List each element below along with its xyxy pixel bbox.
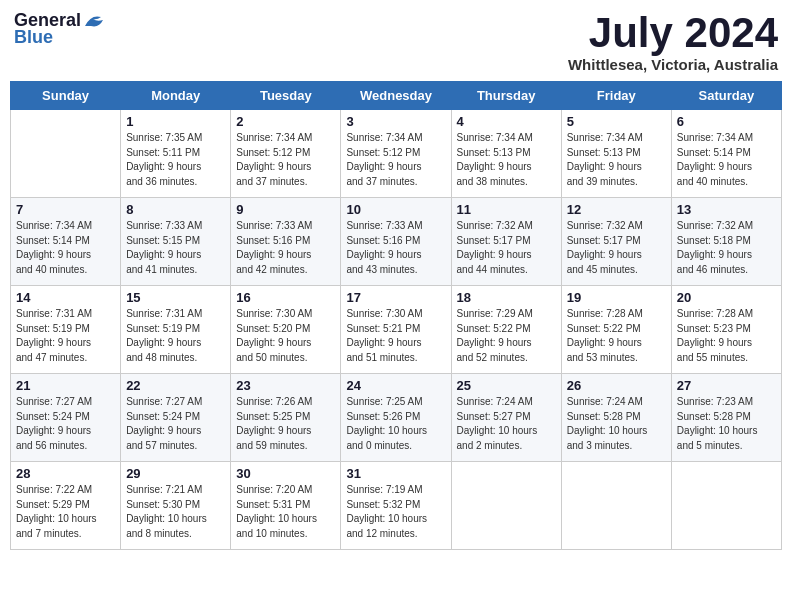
- calendar-header-row: SundayMondayTuesdayWednesdayThursdayFrid…: [11, 82, 782, 110]
- day-number: 4: [457, 114, 556, 129]
- day-info: Sunrise: 7:33 AMSunset: 5:16 PMDaylight:…: [346, 219, 445, 277]
- day-number: 18: [457, 290, 556, 305]
- day-number: 7: [16, 202, 115, 217]
- day-number: 13: [677, 202, 776, 217]
- day-cell: 2Sunrise: 7:34 AMSunset: 5:12 PMDaylight…: [231, 110, 341, 198]
- day-number: 22: [126, 378, 225, 393]
- day-number: 2: [236, 114, 335, 129]
- day-cell: [671, 462, 781, 550]
- day-cell: 5Sunrise: 7:34 AMSunset: 5:13 PMDaylight…: [561, 110, 671, 198]
- day-number: 19: [567, 290, 666, 305]
- day-info: Sunrise: 7:19 AMSunset: 5:32 PMDaylight:…: [346, 483, 445, 541]
- day-info: Sunrise: 7:27 AMSunset: 5:24 PMDaylight:…: [16, 395, 115, 453]
- day-cell: 3Sunrise: 7:34 AMSunset: 5:12 PMDaylight…: [341, 110, 451, 198]
- day-cell: 18Sunrise: 7:29 AMSunset: 5:22 PMDayligh…: [451, 286, 561, 374]
- day-info: Sunrise: 7:34 AMSunset: 5:14 PMDaylight:…: [16, 219, 115, 277]
- day-number: 27: [677, 378, 776, 393]
- day-info: Sunrise: 7:20 AMSunset: 5:31 PMDaylight:…: [236, 483, 335, 541]
- day-number: 8: [126, 202, 225, 217]
- day-info: Sunrise: 7:31 AMSunset: 5:19 PMDaylight:…: [126, 307, 225, 365]
- week-row-4: 21Sunrise: 7:27 AMSunset: 5:24 PMDayligh…: [11, 374, 782, 462]
- day-cell: 26Sunrise: 7:24 AMSunset: 5:28 PMDayligh…: [561, 374, 671, 462]
- day-info: Sunrise: 7:30 AMSunset: 5:21 PMDaylight:…: [346, 307, 445, 365]
- day-cell: 31Sunrise: 7:19 AMSunset: 5:32 PMDayligh…: [341, 462, 451, 550]
- day-info: Sunrise: 7:35 AMSunset: 5:11 PMDaylight:…: [126, 131, 225, 189]
- day-info: Sunrise: 7:28 AMSunset: 5:23 PMDaylight:…: [677, 307, 776, 365]
- page-header: General Blue July 2024 Whittlesea, Victo…: [10, 10, 782, 73]
- day-number: 24: [346, 378, 445, 393]
- calendar-table: SundayMondayTuesdayWednesdayThursdayFrid…: [10, 81, 782, 550]
- header-thursday: Thursday: [451, 82, 561, 110]
- day-number: 12: [567, 202, 666, 217]
- day-number: 21: [16, 378, 115, 393]
- day-cell: 20Sunrise: 7:28 AMSunset: 5:23 PMDayligh…: [671, 286, 781, 374]
- day-cell: 8Sunrise: 7:33 AMSunset: 5:15 PMDaylight…: [121, 198, 231, 286]
- day-number: 1: [126, 114, 225, 129]
- day-info: Sunrise: 7:28 AMSunset: 5:22 PMDaylight:…: [567, 307, 666, 365]
- day-cell: 22Sunrise: 7:27 AMSunset: 5:24 PMDayligh…: [121, 374, 231, 462]
- day-cell: 14Sunrise: 7:31 AMSunset: 5:19 PMDayligh…: [11, 286, 121, 374]
- day-cell: 21Sunrise: 7:27 AMSunset: 5:24 PMDayligh…: [11, 374, 121, 462]
- day-cell: 19Sunrise: 7:28 AMSunset: 5:22 PMDayligh…: [561, 286, 671, 374]
- day-cell: 11Sunrise: 7:32 AMSunset: 5:17 PMDayligh…: [451, 198, 561, 286]
- header-friday: Friday: [561, 82, 671, 110]
- day-cell: 24Sunrise: 7:25 AMSunset: 5:26 PMDayligh…: [341, 374, 451, 462]
- day-info: Sunrise: 7:22 AMSunset: 5:29 PMDaylight:…: [16, 483, 115, 541]
- header-monday: Monday: [121, 82, 231, 110]
- day-info: Sunrise: 7:34 AMSunset: 5:12 PMDaylight:…: [346, 131, 445, 189]
- header-saturday: Saturday: [671, 82, 781, 110]
- day-number: 14: [16, 290, 115, 305]
- day-info: Sunrise: 7:34 AMSunset: 5:12 PMDaylight:…: [236, 131, 335, 189]
- day-number: 15: [126, 290, 225, 305]
- day-info: Sunrise: 7:33 AMSunset: 5:15 PMDaylight:…: [126, 219, 225, 277]
- day-number: 3: [346, 114, 445, 129]
- logo-blue: Blue: [14, 27, 53, 48]
- day-cell: 27Sunrise: 7:23 AMSunset: 5:28 PMDayligh…: [671, 374, 781, 462]
- day-info: Sunrise: 7:27 AMSunset: 5:24 PMDaylight:…: [126, 395, 225, 453]
- day-cell: [561, 462, 671, 550]
- day-number: 11: [457, 202, 556, 217]
- day-info: Sunrise: 7:31 AMSunset: 5:19 PMDaylight:…: [16, 307, 115, 365]
- day-info: Sunrise: 7:34 AMSunset: 5:14 PMDaylight:…: [677, 131, 776, 189]
- day-cell: [451, 462, 561, 550]
- day-number: 25: [457, 378, 556, 393]
- day-cell: 17Sunrise: 7:30 AMSunset: 5:21 PMDayligh…: [341, 286, 451, 374]
- month-year-title: July 2024: [568, 10, 778, 56]
- day-number: 20: [677, 290, 776, 305]
- location-subtitle: Whittlesea, Victoria, Australia: [568, 56, 778, 73]
- day-number: 26: [567, 378, 666, 393]
- day-info: Sunrise: 7:29 AMSunset: 5:22 PMDaylight:…: [457, 307, 556, 365]
- week-row-1: 1Sunrise: 7:35 AMSunset: 5:11 PMDaylight…: [11, 110, 782, 198]
- day-number: 29: [126, 466, 225, 481]
- day-number: 28: [16, 466, 115, 481]
- week-row-3: 14Sunrise: 7:31 AMSunset: 5:19 PMDayligh…: [11, 286, 782, 374]
- header-wednesday: Wednesday: [341, 82, 451, 110]
- day-number: 5: [567, 114, 666, 129]
- logo-bird-icon: [83, 12, 105, 30]
- day-info: Sunrise: 7:26 AMSunset: 5:25 PMDaylight:…: [236, 395, 335, 453]
- day-cell: 29Sunrise: 7:21 AMSunset: 5:30 PMDayligh…: [121, 462, 231, 550]
- day-cell: 28Sunrise: 7:22 AMSunset: 5:29 PMDayligh…: [11, 462, 121, 550]
- day-number: 9: [236, 202, 335, 217]
- day-number: 10: [346, 202, 445, 217]
- day-cell: 4Sunrise: 7:34 AMSunset: 5:13 PMDaylight…: [451, 110, 561, 198]
- week-row-2: 7Sunrise: 7:34 AMSunset: 5:14 PMDaylight…: [11, 198, 782, 286]
- day-info: Sunrise: 7:32 AMSunset: 5:17 PMDaylight:…: [567, 219, 666, 277]
- day-info: Sunrise: 7:25 AMSunset: 5:26 PMDaylight:…: [346, 395, 445, 453]
- day-cell: 9Sunrise: 7:33 AMSunset: 5:16 PMDaylight…: [231, 198, 341, 286]
- day-cell: [11, 110, 121, 198]
- day-info: Sunrise: 7:32 AMSunset: 5:18 PMDaylight:…: [677, 219, 776, 277]
- day-info: Sunrise: 7:23 AMSunset: 5:28 PMDaylight:…: [677, 395, 776, 453]
- day-info: Sunrise: 7:30 AMSunset: 5:20 PMDaylight:…: [236, 307, 335, 365]
- day-info: Sunrise: 7:34 AMSunset: 5:13 PMDaylight:…: [457, 131, 556, 189]
- header-tuesday: Tuesday: [231, 82, 341, 110]
- day-info: Sunrise: 7:33 AMSunset: 5:16 PMDaylight:…: [236, 219, 335, 277]
- day-number: 31: [346, 466, 445, 481]
- day-info: Sunrise: 7:24 AMSunset: 5:27 PMDaylight:…: [457, 395, 556, 453]
- day-cell: 6Sunrise: 7:34 AMSunset: 5:14 PMDaylight…: [671, 110, 781, 198]
- day-info: Sunrise: 7:24 AMSunset: 5:28 PMDaylight:…: [567, 395, 666, 453]
- day-cell: 30Sunrise: 7:20 AMSunset: 5:31 PMDayligh…: [231, 462, 341, 550]
- logo: General Blue: [14, 10, 105, 48]
- title-block: July 2024 Whittlesea, Victoria, Australi…: [568, 10, 778, 73]
- header-sunday: Sunday: [11, 82, 121, 110]
